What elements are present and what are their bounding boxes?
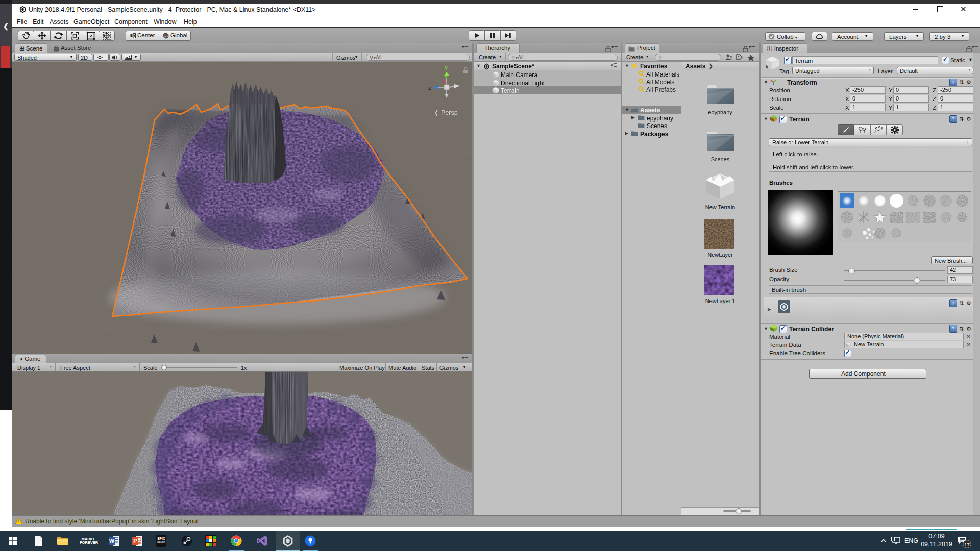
svg-text:EPIC: EPIC — [157, 537, 165, 540]
svg-text:y: y — [445, 64, 448, 70]
svg-text:z: z — [428, 85, 431, 91]
svg-text:!: ! — [18, 519, 20, 524]
svg-text:P: P — [133, 538, 137, 544]
svg-text:GAMES: GAMES — [157, 541, 165, 544]
svg-text:❬ Persp: ❬ Persp — [434, 109, 458, 116]
svg-text:W: W — [109, 538, 115, 544]
